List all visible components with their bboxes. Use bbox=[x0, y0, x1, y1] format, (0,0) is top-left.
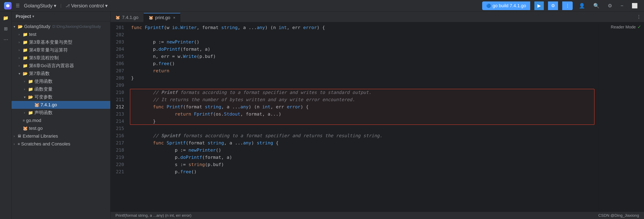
code-line-209 bbox=[131, 82, 599, 89]
sidebar-header: Project ▾ bbox=[12, 11, 110, 21]
chevron-icon: › bbox=[14, 134, 17, 138]
item-label: External Libraries bbox=[23, 134, 58, 139]
folder-icon: 📁 bbox=[23, 63, 28, 68]
root-path: D:\DingJiaxiong\GolangStudy bbox=[52, 24, 101, 29]
item-label: test bbox=[29, 32, 36, 37]
separator: | bbox=[60, 3, 62, 8]
folder-icon: 📂 bbox=[18, 24, 23, 29]
hamburger-menu[interactable]: ☰ bbox=[16, 3, 20, 8]
settings-icon[interactable]: ⚙ bbox=[606, 2, 614, 9]
line-num: 210 bbox=[110, 89, 124, 96]
tab-label: 7.4.1.go bbox=[122, 15, 138, 20]
line-num: 202 bbox=[110, 31, 124, 38]
sidebar-title[interactable]: Project ▾ bbox=[16, 14, 34, 19]
line-num: 209 bbox=[110, 82, 124, 89]
item-label: go.mod bbox=[26, 118, 41, 123]
run-icon: 🔵 bbox=[486, 3, 491, 8]
folder-icon: 📁 bbox=[28, 79, 33, 84]
scratch-icon: ≡ bbox=[18, 142, 20, 146]
sidebar-item-ch6[interactable]: › 📁 第6章Go语言内置容器 bbox=[12, 62, 110, 70]
vcs-selector[interactable]: ⎇ Version control ▾ bbox=[66, 3, 108, 9]
sidebar-item-external-libs[interactable]: › 🏛 External Libraries bbox=[12, 132, 110, 140]
search-icon[interactable]: 🔍 bbox=[591, 2, 602, 9]
more-run-options[interactable]: ⋮ bbox=[562, 1, 573, 10]
code-line-202 bbox=[131, 31, 599, 38]
folder-icon: 📁 bbox=[28, 87, 33, 92]
line-num: 215 bbox=[110, 125, 124, 132]
item-label: 声明函数 bbox=[34, 110, 52, 116]
sidebar-item-scratches[interactable]: › ≡ Scratches and Consoles bbox=[12, 140, 110, 148]
line-num: 220 bbox=[110, 161, 124, 168]
activity-folders[interactable]: 📁 bbox=[1, 13, 10, 23]
line-num: 211 bbox=[110, 96, 124, 103]
tab-close-button[interactable]: × bbox=[173, 16, 176, 20]
code-line-208: } bbox=[131, 74, 599, 82]
run-button[interactable]: 🔵 go build 7.4.1.go bbox=[482, 1, 530, 10]
sidebar-item-7.4.1.go[interactable]: › 🐹 7.4.1.go bbox=[12, 101, 110, 109]
vcs-icon: ⎇ bbox=[66, 3, 70, 8]
tab-print.go[interactable]: 🐹 print.go × bbox=[144, 13, 180, 22]
minimize-button[interactable]: − bbox=[618, 2, 626, 9]
project-selector[interactable]: GolangStudy ▾ bbox=[24, 3, 56, 9]
chevron-icon: › bbox=[24, 87, 27, 91]
sidebar-item-func-var[interactable]: › 📁 函数变量 bbox=[12, 85, 110, 93]
sidebar-item-ch7[interactable]: ▾ 📂 第7章函数 bbox=[12, 70, 110, 77]
line-num: 217 bbox=[110, 139, 124, 147]
sidebar-item-go.mod[interactable]: › ≡ go.mod bbox=[12, 117, 110, 124]
code-line-212: func Printf(format string, a ...any) (n … bbox=[131, 103, 599, 110]
code-editor[interactable]: func Fprintf(w io.Writer, format string,… bbox=[127, 22, 599, 212]
sidebar-item-ch5[interactable]: › 📁 第5章流程控制 bbox=[12, 54, 110, 62]
code-line-216: // Sprintf formats according to a format… bbox=[131, 132, 599, 139]
line-num: 201 bbox=[110, 24, 124, 31]
play-button[interactable]: ▶ bbox=[534, 1, 544, 10]
debug-button[interactable]: ⚙ bbox=[548, 1, 558, 10]
user-icon[interactable]: 👤 bbox=[577, 2, 587, 9]
sidebar-item-test.go[interactable]: › 🐹 test.go bbox=[12, 124, 110, 132]
line-num: 208 bbox=[110, 74, 124, 82]
item-label: 第7章函数 bbox=[29, 70, 50, 77]
reader-mode-check: ✓ bbox=[638, 24, 641, 30]
project-name: GolangStudy bbox=[24, 3, 52, 9]
maximize-button[interactable]: ⬜ bbox=[630, 2, 640, 9]
line-num: 205 bbox=[110, 53, 124, 60]
reader-mode-panel: Reader Mode ✓ bbox=[599, 22, 644, 212]
sidebar-item-vararg[interactable]: ▾ 📂 可变参数 bbox=[12, 93, 110, 101]
vcs-chevron: ▾ bbox=[105, 3, 108, 9]
line-num: 207 bbox=[110, 67, 124, 74]
file-icon: 🐹 bbox=[34, 102, 39, 107]
folder-icon: 📂 bbox=[23, 71, 28, 76]
tab-7.4.1.go[interactable]: 🐹 7.4.1.go bbox=[110, 13, 144, 22]
line-numbers: 201 202 203 204 205 206 207 208 209 210 … bbox=[110, 22, 127, 212]
titlebar: ☰ GolangStudy ▾ | ⎇ Version control ▾ 🔵 … bbox=[0, 0, 644, 11]
chevron-icon: › bbox=[18, 40, 22, 44]
sidebar-item-ch4[interactable]: › 📁 第4章常量与运算符 bbox=[12, 46, 110, 54]
code-line-211: // It returns the number of bytes writte… bbox=[131, 96, 599, 103]
project-chevron: ▾ bbox=[54, 3, 56, 9]
editor-content: 201 202 203 204 205 206 207 208 209 210 … bbox=[110, 22, 644, 212]
status-bar: Printf(format string, a ...any) (n int, … bbox=[110, 212, 644, 219]
line-num-current: 212 bbox=[110, 103, 124, 110]
activity-modules[interactable]: ⊞ bbox=[1, 24, 10, 33]
item-label: 可变参数 bbox=[34, 94, 52, 100]
activity-more[interactable]: ⋯ bbox=[1, 35, 10, 44]
code-line-206: p.free() bbox=[131, 60, 599, 67]
sidebar-item-test[interactable]: › 📁 test bbox=[12, 30, 110, 38]
sidebar-item-decl-func[interactable]: › 📁 声明函数 bbox=[12, 109, 110, 117]
code-line-219: p.doPrintf(format, a) bbox=[131, 154, 599, 161]
sidebar-item-ch3[interactable]: › 📁 第3章基本变量与类型 bbox=[12, 38, 110, 46]
item-label: 第5章流程控制 bbox=[29, 55, 59, 61]
vcs-label: Version control bbox=[71, 3, 104, 9]
tab-bar-actions[interactable]: ⋮ bbox=[634, 14, 644, 19]
code-line-218: p := newPrinter() bbox=[131, 147, 599, 154]
sidebar-item-root[interactable]: ▾ 📂 GolangStudy D:\DingJiaxiong\GolangSt… bbox=[12, 23, 110, 30]
sidebar-title-text: Project bbox=[16, 14, 31, 19]
line-num: 221 bbox=[110, 168, 124, 175]
reader-mode-label[interactable]: Reader Mode ✓ bbox=[611, 24, 641, 30]
chevron-icon: › bbox=[18, 32, 22, 36]
item-label: 7.4.1.go bbox=[40, 102, 57, 108]
item-label: 使用函数 bbox=[34, 78, 52, 84]
code-line-205: n, err = w.Write(p.buf) bbox=[131, 53, 599, 60]
sidebar-item-use-func[interactable]: › 📁 使用函数 bbox=[12, 77, 110, 85]
code-line-221: p.free() bbox=[131, 168, 599, 175]
code-line-213: return Fprintf(os.Stdout, format, a...) bbox=[131, 110, 599, 118]
